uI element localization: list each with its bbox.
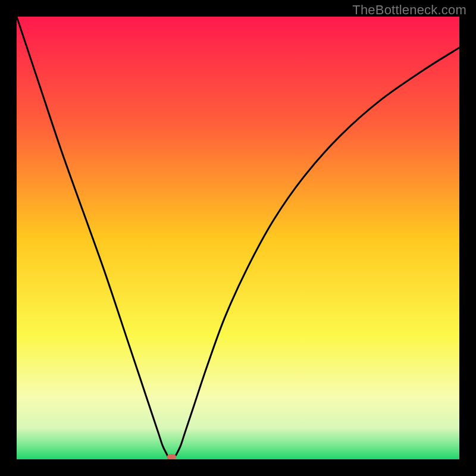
frame: TheBottleneck.com xyxy=(0,0,476,476)
watermark-text: TheBottleneck.com xyxy=(352,2,466,18)
plot-area xyxy=(17,17,459,459)
gradient-background xyxy=(17,17,459,459)
chart-svg xyxy=(17,17,459,459)
